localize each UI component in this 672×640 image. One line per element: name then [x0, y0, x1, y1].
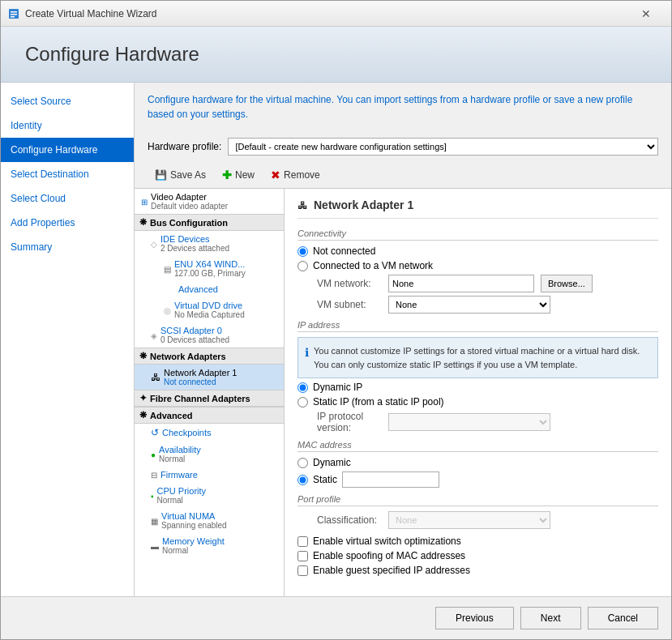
enu-label: ENU X64 WIND...: [174, 259, 246, 269]
tree-item-scsi[interactable]: SCSI Adapter 0 0 Devices attached: [135, 322, 284, 348]
vm-subnet-row: VM subnet: None: [317, 296, 658, 314]
guest-ip-checkbox[interactable]: [297, 565, 308, 576]
vm-network-label: VM network:: [317, 278, 382, 289]
tree-item-availability[interactable]: Availability Normal: [135, 442, 284, 467]
tree-item-memory-weight[interactable]: Memory Weight Normal: [135, 533, 284, 558]
availability-label: Availability: [159, 445, 201, 454]
title-bar: Create Virtual Machine Wizard ✕: [1, 1, 671, 27]
tree-pane: Video Adapter Default video adapter ❋ Bu…: [135, 189, 285, 596]
svg-rect-2: [11, 14, 17, 15]
tree-item-firmware[interactable]: Firmware: [135, 467, 284, 483]
video-adapter-sub: Default video adapter: [151, 202, 228, 211]
advanced-ide-label: Advanced: [178, 284, 218, 294]
tree-item-advanced-ide[interactable]: Advanced: [135, 281, 284, 297]
tree-item-video-adapter[interactable]: Video Adapter Default video adapter: [135, 189, 284, 214]
dynamic-mac-radio[interactable]: [297, 458, 308, 468]
previous-button[interactable]: Previous: [435, 607, 514, 629]
save-as-button[interactable]: Save As: [148, 166, 213, 184]
window-title: Create Virtual Machine Wizard: [25, 8, 627, 19]
classification-select[interactable]: None: [388, 511, 550, 529]
connected-vm-radio[interactable]: [297, 261, 308, 271]
tree-item-network-adapter-1[interactable]: Network Adapter 1 Not connected: [135, 365, 284, 390]
scsi-sub: 0 Devices attached: [161, 335, 229, 344]
memory-sub: Normal: [162, 546, 225, 555]
new-icon: [222, 169, 232, 181]
sidebar-item-configure-hardware[interactable]: Configure Hardware: [1, 138, 134, 162]
static-ip-label: Static IP (from a static IP pool): [313, 396, 444, 407]
scsi-label: SCSI Adapter 0: [161, 326, 229, 335]
dvd-icon: [164, 305, 171, 315]
sidebar-item-add-properties[interactable]: Add Properties: [1, 211, 134, 235]
sidebar-item-select-cloud[interactable]: Select Cloud: [1, 186, 134, 211]
spoofing-checkbox[interactable]: [297, 551, 308, 561]
checkpoint-icon: [151, 427, 159, 438]
ip-protocol-row: IP protocol version:: [317, 411, 658, 433]
checkbox-row-3: Enable guest specified IP addresses: [297, 565, 658, 576]
tree-item-dvd[interactable]: Virtual DVD drive No Media Captured: [135, 297, 284, 322]
not-connected-radio[interactable]: [297, 246, 308, 257]
static-ip-row: Static IP (from a static IP pool): [297, 396, 658, 407]
dynamic-ip-label: Dynamic IP: [313, 382, 362, 393]
detail-header: Network Adapter 1: [297, 198, 658, 219]
sidebar-item-summary[interactable]: Summary: [1, 235, 134, 259]
cancel-button[interactable]: Cancel: [588, 607, 658, 629]
header-area: Configure Hardware: [1, 27, 671, 83]
remove-icon: [271, 169, 280, 181]
availability-icon: [151, 450, 156, 459]
tree-section-bus: ❋ Bus Configuration: [135, 214, 284, 231]
availability-sub: Normal: [159, 454, 201, 463]
main-content: Configure hardware for the virtual machi…: [135, 83, 671, 596]
browse-button[interactable]: Browse...: [541, 275, 593, 292]
dynamic-ip-radio[interactable]: [297, 382, 308, 393]
tree-item-ide-devices[interactable]: IDE Devices 2 Devices attached: [135, 231, 284, 256]
new-button[interactable]: New: [215, 165, 262, 185]
ide-icon: [151, 239, 157, 249]
network-adapter-1-label: Network Adapter 1: [164, 368, 238, 378]
vm-network-row: VM network: Browse...: [317, 275, 658, 292]
connected-vm-row: Connected to a VM network: [297, 260, 658, 271]
tree-item-virtual-numa[interactable]: Virtual NUMA Spanning enabled: [135, 508, 284, 533]
video-adapter-icon: [141, 197, 148, 207]
tree-section-fibre: ✦ Fibre Channel Adapters: [135, 390, 284, 407]
bus-section-expand: ❋: [139, 217, 147, 228]
guest-ip-label: Enable guest specified IP addresses: [313, 565, 470, 576]
sidebar-item-select-destination[interactable]: Select Destination: [1, 162, 134, 186]
close-button[interactable]: ✕: [627, 1, 665, 27]
wizard-window: Create Virtual Machine Wizard ✕ Configur…: [0, 0, 672, 640]
sidebar: Select Source Identity Configure Hardwar…: [1, 83, 135, 596]
network-adapter-1-sub: Not connected: [164, 378, 238, 386]
ip-protocol-label: IP protocol version:: [317, 411, 382, 433]
ip-address-section-label: IP address: [297, 320, 658, 332]
vm-subnet-label: VM subnet:: [317, 299, 382, 310]
static-mac-label: Static: [313, 474, 337, 485]
sidebar-item-identity[interactable]: Identity: [1, 113, 134, 138]
static-mac-input[interactable]: [342, 471, 439, 488]
virtual-switch-checkbox[interactable]: [297, 536, 308, 547]
profile-label: Hardware profile:: [148, 141, 221, 152]
ip-info-text: You cannot customize IP settings for a s…: [314, 344, 651, 371]
next-button[interactable]: Next: [520, 607, 581, 629]
remove-button[interactable]: Remove: [263, 165, 327, 185]
description-area: Configure hardware for the virtual machi…: [135, 83, 671, 131]
numa-label: Virtual NUMA: [161, 511, 227, 521]
vm-subnet-select[interactable]: None: [388, 296, 550, 314]
checkbox-row-2: Enable spoofing of MAC addresses: [297, 550, 658, 561]
profile-select[interactable]: [Default - create new hardware configura…: [228, 138, 658, 156]
tree-item-checkpoints[interactable]: Checkpoints: [135, 424, 284, 442]
ip-protocol-select[interactable]: [388, 413, 550, 431]
tree-item-cpu-priority[interactable]: CPU Priority Normal: [135, 483, 284, 508]
ip-info-box: ℹ You cannot customize IP settings for a…: [297, 337, 658, 378]
split-pane: Video Adapter Default video adapter ❋ Bu…: [135, 189, 671, 596]
vm-network-input[interactable]: [388, 275, 534, 292]
static-ip-radio[interactable]: [297, 397, 308, 407]
tree-item-enu-x64[interactable]: ENU X64 WIND... 127.00 GB, Primary: [135, 256, 284, 281]
scsi-icon: [151, 331, 157, 340]
dynamic-mac-row: Dynamic: [297, 457, 658, 468]
sidebar-item-select-source[interactable]: Select Source: [1, 89, 134, 113]
memory-label: Memory Weight: [162, 536, 225, 546]
enu-sub: 127.00 GB, Primary: [174, 269, 246, 278]
connected-vm-label: Connected to a VM network: [313, 260, 433, 271]
page-title: Configure Hardware: [25, 43, 647, 66]
network-section-expand: ❋: [139, 351, 147, 361]
static-mac-radio[interactable]: [297, 475, 308, 485]
